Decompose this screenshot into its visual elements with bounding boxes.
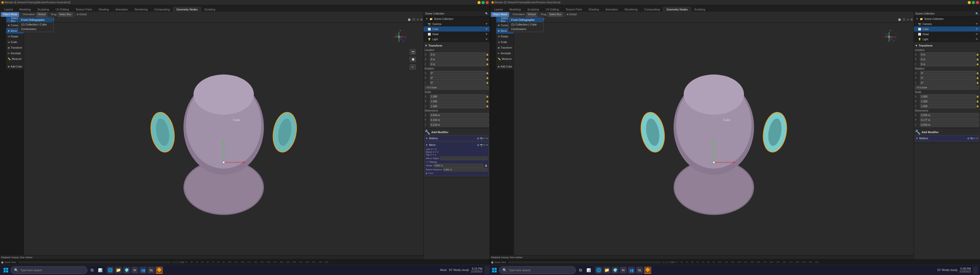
tab-geometry-nodes-right[interactable]: Geometry Nodes bbox=[663, 7, 691, 12]
tool-measure-left[interactable]: 📏 Measure bbox=[6, 56, 24, 62]
tool-rotate-left[interactable]: ↺ Rotate bbox=[6, 33, 24, 39]
sc-cube-left[interactable]: ⬜ Cube 👁 bbox=[424, 27, 490, 32]
store-icon-left[interactable]: 🛍 bbox=[148, 267, 155, 274]
sc-camera-right[interactable]: 📷 Camera 👁 bbox=[914, 21, 980, 27]
mirror-realtime-left[interactable]: 🖥 bbox=[477, 144, 479, 146]
tab-sculpting-left[interactable]: Sculpting bbox=[34, 7, 52, 12]
start-button-left[interactable] bbox=[2, 266, 10, 274]
viewport-overlay-left[interactable]: ⊙ bbox=[417, 18, 419, 21]
tab-animation-right[interactable]: Animation bbox=[602, 7, 621, 12]
sc-filter-icon-left[interactable]: 🔍 bbox=[485, 12, 488, 15]
dim-z-input-right[interactable] bbox=[920, 123, 979, 127]
taskview-btn-left[interactable]: ⧉ bbox=[88, 267, 95, 274]
search-bar-left[interactable]: 🔍 Type here search bbox=[11, 266, 87, 274]
tab-geometry-nodes-left[interactable]: Geometry Nodes bbox=[173, 7, 201, 12]
tab-compositing-right[interactable]: Compositing bbox=[641, 7, 663, 12]
teams-icon-left[interactable]: 👥 bbox=[139, 267, 146, 274]
tl-marker-left[interactable]: Marker bbox=[25, 256, 32, 259]
scale-x-input-right[interactable] bbox=[920, 95, 976, 98]
tab-uv-left[interactable]: UV Editing bbox=[52, 7, 72, 12]
camera-vis-right[interactable]: 👁 bbox=[976, 23, 978, 25]
scale-y-lock-right[interactable]: 🔒 bbox=[976, 100, 979, 103]
tab-shading-left[interactable]: Shading bbox=[95, 7, 112, 12]
tab-shading-right[interactable]: Shading bbox=[585, 7, 602, 12]
sc-head-right[interactable]: ⬜ Head 👁 bbox=[914, 32, 980, 37]
close-btn-left[interactable] bbox=[486, 1, 489, 4]
tab-scripting-left[interactable]: Scripting bbox=[201, 7, 218, 12]
light-vis-left[interactable]: 👁 bbox=[485, 38, 488, 41]
sc-head-left[interactable]: ⬜ Head 👁 bbox=[424, 32, 490, 37]
start-button-right[interactable] bbox=[490, 266, 498, 274]
sc-collection-item-left[interactable]: ▼ 📁 Scene Collection bbox=[424, 16, 490, 21]
edge-icon-left[interactable]: 🌐 bbox=[107, 267, 114, 274]
tab-layout-left[interactable]: Layout bbox=[1, 7, 16, 12]
sc-filter-icon-right[interactable]: 🔍 bbox=[975, 12, 978, 15]
scale-x-input-left[interactable] bbox=[430, 95, 486, 98]
loc-x-lock-left[interactable]: 🔒 bbox=[486, 53, 489, 56]
loc-y-lock-left[interactable]: 🔒 bbox=[486, 58, 489, 61]
drag-select-right[interactable]: Select Box bbox=[547, 12, 563, 17]
scale-y-lock-left[interactable]: 🔒 bbox=[486, 100, 489, 103]
rot-z-input-left[interactable] bbox=[430, 81, 486, 85]
taskview-btn-right[interactable]: ⧉ bbox=[577, 267, 584, 274]
rot-x-input-left[interactable] bbox=[430, 71, 486, 75]
multires-delete-left[interactable]: ✕ bbox=[486, 137, 488, 140]
sc-light-right[interactable]: 💡 Light 👁 bbox=[914, 37, 980, 42]
store-icon-right[interactable]: 🛍 bbox=[636, 267, 643, 274]
viewport-overlay-right[interactable]: ⊙ bbox=[907, 18, 909, 21]
teams-icon-right[interactable]: 👥 bbox=[628, 267, 635, 274]
merge-lock-left[interactable]: 🔒 bbox=[485, 164, 487, 167]
multires-render-left[interactable]: 📷 bbox=[480, 137, 483, 140]
sc-collection-item-right[interactable]: ▼ 📁 Scene Collection bbox=[914, 16, 980, 21]
tl-keying-left[interactable]: Keying bbox=[11, 256, 19, 259]
tab-rendering-right[interactable]: Rendering bbox=[621, 7, 641, 12]
ctx-collection-cube-right[interactable]: (1) Collection | Cube bbox=[509, 22, 543, 27]
mirror-edit-left[interactable]: ✏ bbox=[484, 144, 485, 146]
tool-add-cube-right[interactable]: ⊕ Add Cube bbox=[496, 64, 514, 69]
tab-texture-left[interactable]: Texture Paint bbox=[72, 7, 95, 12]
close-btn-right[interactable] bbox=[976, 1, 979, 4]
loc-z-lock-right[interactable]: 🔒 bbox=[976, 63, 979, 65]
scale-x-lock-right[interactable]: 🔒 bbox=[976, 95, 979, 98]
mail-icon-right[interactable]: ✉ bbox=[620, 267, 627, 274]
ctx-centimeters-left[interactable]: Centimeters bbox=[19, 27, 53, 31]
multires-collapse-right[interactable]: ▼ bbox=[916, 137, 918, 140]
rot-y-input-right[interactable] bbox=[920, 76, 976, 80]
rot-mode-select-right[interactable]: XYZ Euler bbox=[915, 85, 979, 90]
folder-icon-right[interactable]: 📁 bbox=[603, 267, 611, 274]
playback-icon-right[interactable]: ⬤ bbox=[491, 261, 493, 264]
tool-rotate-right[interactable]: ↺ Rotate bbox=[496, 33, 514, 39]
orientation-select-right[interactable]: Default bbox=[526, 12, 538, 17]
loc-z-input-left[interactable] bbox=[430, 62, 486, 66]
multires-render-right[interactable]: 📷 bbox=[970, 137, 973, 140]
tab-sculpting-right[interactable]: Sculpting bbox=[524, 7, 542, 12]
sc-light-left[interactable]: 💡 Light 👁 bbox=[424, 37, 490, 42]
loc-z-lock-left[interactable]: 🔒 bbox=[486, 63, 489, 65]
ctx-front-ortho-right[interactable]: Front Orthographic bbox=[509, 17, 543, 22]
scale-z-input-right[interactable] bbox=[920, 104, 976, 108]
widgets-btn-left[interactable]: 📊 bbox=[97, 267, 103, 274]
dim-y-input-left[interactable] bbox=[430, 118, 489, 122]
tab-uv-right[interactable]: UV Editing bbox=[542, 7, 562, 12]
camera-vis-left[interactable]: 👁 bbox=[485, 23, 488, 25]
scale-y-input-left[interactable] bbox=[430, 99, 486, 103]
light-vis-right[interactable]: 👁 bbox=[976, 38, 978, 41]
maximize-btn-right[interactable] bbox=[972, 1, 975, 4]
chrome-icon-left[interactable]: 🌍 bbox=[123, 267, 130, 274]
dim-x-input-left[interactable] bbox=[430, 113, 489, 117]
folder-icon-left[interactable]: 📁 bbox=[115, 267, 122, 274]
head-vis-right[interactable]: 👁 bbox=[976, 33, 978, 35]
cube-vis-left[interactable]: 👁 bbox=[485, 28, 488, 30]
scale-x-lock-left[interactable]: 🔒 bbox=[486, 95, 489, 98]
tl-view-left[interactable]: View bbox=[19, 256, 24, 259]
dim-y-input-right[interactable] bbox=[920, 118, 979, 122]
ctx-centimeters-right[interactable]: Centimeters bbox=[509, 27, 543, 31]
add-modifier-header-right[interactable]: 🔧 Add Modifier bbox=[915, 130, 979, 135]
tool-scale-right[interactable]: ⇲ Scale bbox=[496, 39, 514, 45]
mirror-render-left[interactable]: 📷 bbox=[480, 144, 483, 146]
multires-realtime-left[interactable]: 🖥 bbox=[477, 137, 479, 140]
mirror-collapse-left[interactable]: ▼ bbox=[425, 144, 428, 146]
object-mode-btn-right[interactable]: Object Mode bbox=[491, 12, 509, 17]
minimize-btn-left[interactable] bbox=[477, 1, 480, 4]
bisect-dist-input-left[interactable]: 0.001 m bbox=[443, 168, 487, 171]
